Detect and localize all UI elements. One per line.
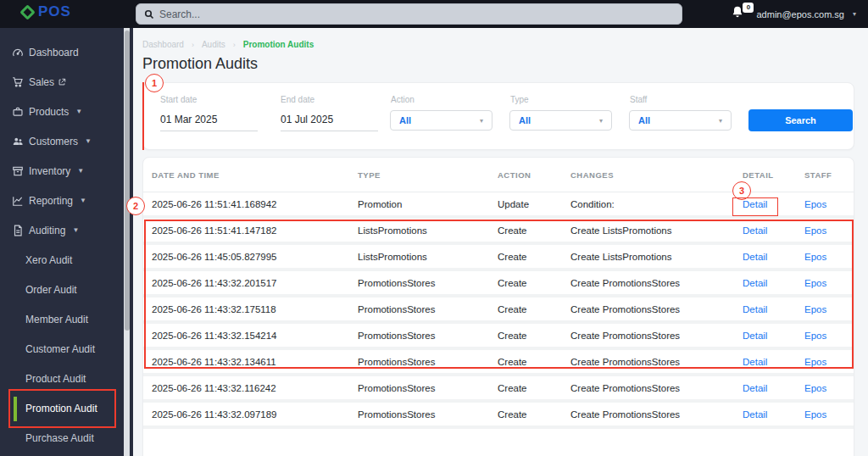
- cell-datetime: 2025-06-26 11:43:32.175118: [152, 304, 358, 314]
- user-menu[interactable]: admin@epos.com.sg: [756, 9, 844, 19]
- cell-changes: Create PromotionsStores: [570, 331, 743, 341]
- search-button[interactable]: Search: [748, 109, 853, 131]
- sidebar: Dashboard Sales Products ▼ Customers ▼ I…: [0, 28, 133, 456]
- detail-link[interactable]: Detail: [743, 199, 804, 209]
- epos-logo[interactable]: POS: [22, 3, 71, 20]
- table-row: 2025-06-26 11:43:32.097189 PromotionsSto…: [143, 403, 854, 429]
- staff-link[interactable]: Epos: [804, 304, 854, 314]
- chevron-down-icon: ▾: [480, 117, 483, 125]
- cell-action: Create: [498, 331, 570, 341]
- sidebar-subitem-label: Purchase Audit: [25, 432, 94, 444]
- detail-link[interactable]: Detail: [743, 304, 804, 314]
- sidebar-item-label: Auditing: [29, 225, 65, 236]
- staff-link[interactable]: Epos: [804, 225, 854, 236]
- cell-datetime: 2025-06-26 11:43:32.134611: [152, 357, 358, 367]
- breadcrumb-audits[interactable]: Audits: [202, 40, 225, 49]
- cell-changes: Create ListsPromotions: [570, 225, 743, 236]
- topbar: POS 0 admin@epos.com.sg ▾: [0, 0, 868, 28]
- action-select[interactable]: All ▾: [390, 110, 492, 131]
- sidebar-item-product-audit[interactable]: Product Audit: [0, 364, 133, 393]
- detail-link[interactable]: Detail: [743, 225, 804, 236]
- sidebar-scrollbar-track[interactable]: [124, 28, 130, 456]
- cell-action: Create: [498, 252, 570, 262]
- sidebar-item-products[interactable]: Products ▼: [0, 97, 133, 126]
- cell-changes: Create PromotionsStores: [570, 278, 743, 288]
- cell-action: Create: [498, 278, 570, 288]
- staff-link[interactable]: Epos: [804, 252, 854, 262]
- table-row: 2025-06-26 11:43:32.116242 PromotionsSto…: [143, 376, 854, 403]
- chevron-down-icon: ▼: [72, 226, 79, 234]
- staff-link[interactable]: Epos: [804, 278, 854, 288]
- sidebar-item-sales[interactable]: Sales: [0, 67, 133, 97]
- sidebar-scrollbar-thumb[interactable]: [125, 31, 130, 331]
- chevron-down-icon: ▼: [85, 137, 92, 145]
- audit-table: Date and Time Type Action Changes Detail…: [142, 157, 854, 456]
- staff-link[interactable]: Epos: [804, 199, 854, 209]
- staff-link[interactable]: Epos: [804, 383, 854, 393]
- cell-action: Update: [498, 199, 570, 209]
- col-header-changes: Changes: [570, 170, 743, 180]
- cell-changes: Condition:: [570, 199, 743, 209]
- detail-link[interactable]: Detail: [743, 409, 804, 420]
- sidebar-item-purchase-audit[interactable]: Purchase Audit: [0, 423, 133, 453]
- sidebar-item-reporting[interactable]: Reporting ▼: [0, 186, 133, 215]
- sidebar-item-xero-audit[interactable]: Xero Audit: [0, 245, 133, 275]
- type-select[interactable]: All ▾: [509, 110, 612, 131]
- cell-changes: Create PromotionsStores: [570, 383, 743, 393]
- detail-link[interactable]: Detail: [743, 252, 804, 262]
- table-row: 2025-06-26 11:43:32.175118 PromotionsSto…: [143, 298, 854, 324]
- global-search[interactable]: [136, 3, 682, 25]
- sidebar-subitem-label: Member Audit: [25, 314, 88, 325]
- breadcrumb-dashboard[interactable]: Dashboard: [142, 40, 184, 49]
- sidebar-item-dashboard[interactable]: Dashboard: [0, 37, 133, 67]
- end-date-label: End date: [281, 95, 314, 104]
- table-row: 2025-06-26 11:51:41.168942 Promotion Upd…: [143, 192, 854, 219]
- chevron-down-icon: ▾: [853, 10, 856, 18]
- external-link-icon: [58, 78, 66, 86]
- active-item-indicator: [14, 397, 17, 421]
- sidebar-item-promotion-audit[interactable]: Promotion Audit: [0, 393, 133, 423]
- cell-type: Promotion: [358, 199, 498, 209]
- chart-line-icon: [11, 194, 24, 207]
- sidebar-subitem-label: Promotion Audit: [25, 403, 97, 414]
- staff-link[interactable]: Epos: [804, 409, 854, 420]
- sidebar-subitem-label: Customer Audit: [25, 343, 95, 355]
- cell-type: PromotionsStores: [358, 331, 498, 341]
- chevron-down-icon: ▾: [719, 117, 722, 125]
- cell-type: ListsPromotions: [358, 225, 498, 236]
- table-row: 2025-06-26 11:43:32.154214 PromotionsSto…: [143, 324, 854, 350]
- staff-link[interactable]: Epos: [804, 331, 854, 341]
- cell-action: Create: [498, 225, 570, 236]
- table-row: 2025-06-26 11:45:05.827995 ListsPromotio…: [143, 245, 854, 271]
- epos-logo-text: POS: [38, 3, 71, 20]
- search-input[interactable]: [159, 8, 674, 20]
- end-date-input[interactable]: 01 Jul 2025: [281, 114, 378, 131]
- filter-panel: Start date End date Action Type Staff 01…: [142, 82, 854, 150]
- cell-type: PromotionsStores: [358, 357, 498, 367]
- detail-link[interactable]: Detail: [743, 278, 804, 288]
- user-area: 0 admin@epos.com.sg ▾: [731, 0, 856, 28]
- sidebar-item-customer-audit[interactable]: Customer Audit: [0, 334, 133, 364]
- cell-action: Create: [498, 383, 570, 393]
- detail-link[interactable]: Detail: [743, 331, 804, 341]
- staff-select[interactable]: All ▾: [629, 110, 732, 131]
- staff-label: Staff: [630, 95, 647, 104]
- action-label: Action: [391, 95, 415, 104]
- sidebar-item-member-audit[interactable]: Member Audit: [0, 304, 133, 334]
- detail-link[interactable]: Detail: [743, 383, 804, 393]
- sidebar-item-inventory[interactable]: Inventory ▼: [0, 156, 133, 186]
- cell-datetime: 2025-06-26 11:43:32.154214: [152, 331, 358, 341]
- cell-changes: Create PromotionsStores: [570, 409, 743, 420]
- detail-link[interactable]: Detail: [743, 357, 804, 367]
- sidebar-item-customers[interactable]: Customers ▼: [0, 126, 133, 156]
- start-date-input[interactable]: 01 Mar 2025: [160, 114, 258, 131]
- cell-type: PromotionsStores: [358, 278, 498, 288]
- sidebar-subitem-label: Product Audit: [25, 373, 86, 385]
- sidebar-item-order-audit[interactable]: Order Audit: [0, 275, 133, 304]
- breadcrumb-promotion-audits: Promotion Audits: [243, 40, 314, 49]
- sidebar-item-auditing[interactable]: Auditing ▼: [0, 215, 133, 245]
- epos-logo-icon: [19, 4, 35, 19]
- sidebar-item-label: Sales: [29, 76, 54, 88]
- staff-link[interactable]: Epos: [804, 357, 854, 367]
- notifications-button[interactable]: 0: [731, 5, 748, 24]
